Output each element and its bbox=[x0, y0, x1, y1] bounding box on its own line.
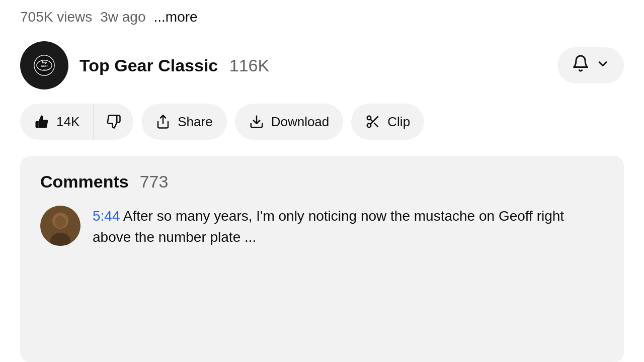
comment-text-content: 5:44 After so many years, I'm only notic… bbox=[93, 206, 604, 248]
svg-point-15 bbox=[55, 216, 66, 228]
comment-avatar bbox=[40, 206, 80, 246]
share-icon bbox=[155, 114, 171, 129]
svg-text:CLASSIC: CLASSIC bbox=[40, 69, 48, 71]
channel-avatar[interactable]: Top Gear CLASSIC bbox=[20, 41, 68, 89]
chevron-down-icon bbox=[596, 57, 610, 74]
like-count: 14K bbox=[56, 114, 79, 130]
svg-line-10 bbox=[374, 123, 378, 127]
like-section[interactable]: 14K bbox=[20, 104, 94, 140]
clip-icon bbox=[365, 114, 380, 129]
dislike-section[interactable] bbox=[94, 104, 133, 140]
views-text: 705K views bbox=[20, 9, 92, 25]
share-button[interactable]: Share bbox=[141, 104, 226, 140]
time-ago: 3w ago bbox=[100, 9, 145, 25]
svg-line-11 bbox=[370, 119, 373, 122]
topgear-logo: Top Gear CLASSIC bbox=[26, 55, 62, 76]
channel-name[interactable]: Top Gear Classic bbox=[79, 56, 218, 75]
comment-body: After so many years, I'm only noticing n… bbox=[93, 208, 564, 245]
comments-label: Comments bbox=[40, 172, 129, 192]
bell-icon bbox=[572, 54, 590, 76]
clip-button[interactable]: Clip bbox=[351, 104, 424, 140]
comments-count: 773 bbox=[140, 172, 169, 192]
thumbs-up-icon bbox=[34, 114, 49, 129]
page-container: 705K views 3w ago ...more Top Gear CLASS… bbox=[0, 0, 644, 362]
subscribe-bell-button[interactable] bbox=[557, 47, 624, 83]
channel-row: Top Gear CLASSIC Top Gear Classic 116K bbox=[20, 36, 624, 104]
share-label: Share bbox=[178, 114, 212, 130]
comment-item: 5:44 After so many years, I'm only notic… bbox=[40, 206, 604, 248]
comment-timestamp[interactable]: 5:44 bbox=[93, 208, 120, 224]
channel-subscribers: 116K bbox=[229, 56, 269, 75]
comments-section: Comments 773 5:44 After so many years, I bbox=[20, 156, 624, 362]
download-label: Download bbox=[271, 114, 330, 130]
like-dislike-button[interactable]: 14K bbox=[20, 104, 133, 140]
download-icon bbox=[249, 114, 264, 129]
svg-text:Gear: Gear bbox=[41, 64, 48, 67]
channel-left: Top Gear CLASSIC Top Gear Classic 116K bbox=[20, 41, 269, 89]
action-row: 14K Share bbox=[20, 104, 624, 156]
meta-row: 705K views 3w ago ...more bbox=[20, 0, 624, 36]
more-link[interactable]: ...more bbox=[153, 9, 197, 25]
thumbs-down-icon bbox=[106, 114, 121, 129]
channel-info: Top Gear Classic 116K bbox=[79, 56, 269, 75]
svg-text:Top: Top bbox=[42, 61, 47, 64]
comments-header: Comments 773 bbox=[40, 172, 604, 192]
clip-label: Clip bbox=[387, 114, 410, 130]
download-button[interactable]: Download bbox=[235, 104, 344, 140]
